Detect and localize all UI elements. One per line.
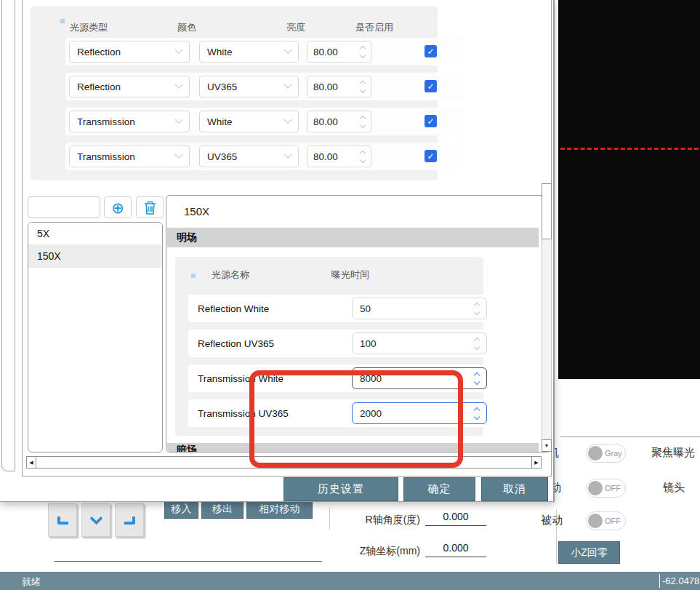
ok-button[interactable]: 确定	[403, 477, 475, 501]
spinner-arrows-icon	[361, 151, 365, 162]
detail-title: 150X	[184, 205, 209, 218]
select-value: White	[207, 116, 233, 127]
dark-field-label: 暗场	[177, 444, 197, 453]
spinner-arrows-icon	[361, 81, 365, 92]
light-settings-dialog: 光源类型 颜色 亮度 是否启用 Reflection White 80.00 ✓	[0, 0, 555, 502]
exposure-spinner[interactable]: 8000	[352, 367, 487, 389]
light-source-row: Transmission UV365 80.00 ✓	[65, 143, 464, 170]
light-type-select[interactable]: Transmission	[69, 111, 190, 132]
passive-label: 被动	[541, 514, 563, 527]
toggle-state-label: Gray	[605, 449, 622, 458]
scroll-down-button[interactable]: ▼	[542, 439, 552, 452]
column-header-name: 光源名称	[212, 268, 249, 282]
new-objective-input[interactable]	[28, 196, 100, 218]
scroll-right-button[interactable]: ▶	[531, 457, 541, 468]
chevron-down-icon	[174, 46, 182, 54]
light-name: Transmission White	[198, 373, 283, 384]
exposure-table: 光源名称 曝光时间 Reflection White 50 Reflection…	[175, 257, 483, 436]
spinner-value: 8000	[360, 373, 382, 384]
lens-toggle[interactable]: OFF	[586, 479, 626, 498]
exposure-spinner[interactable]: 100	[352, 332, 487, 354]
column-header-exposure: 曝光时间	[331, 268, 369, 282]
trash-icon	[144, 201, 156, 215]
light-color-select[interactable]: White	[199, 111, 299, 132]
light-color-select[interactable]: UV365	[199, 76, 299, 97]
column-header-enabled: 是否启用	[355, 21, 393, 34]
check-icon: ✓	[427, 47, 434, 57]
light-source-row: Reflection White 80.00 ✓	[65, 38, 464, 65]
light-source-row: Reflection UV365 80.00 ✓	[65, 73, 464, 100]
enabled-checkbox[interactable]: ✓	[425, 115, 437, 127]
exposure-row: Transmission UV365 2000	[188, 399, 488, 427]
light-type-select[interactable]: Reflection	[69, 41, 190, 63]
exposure-row: Reflection White 50	[188, 295, 488, 322]
light-name: Reflection White	[198, 303, 269, 314]
chevron-down-icon	[89, 511, 102, 525]
focus-exposure-toggle[interactable]: Gray	[586, 444, 626, 463]
toggle-knob-icon	[588, 446, 603, 461]
check-icon: ✓	[427, 81, 434, 92]
add-objective-button[interactable]: ⊕	[104, 196, 132, 218]
passive-toggle[interactable]: OFF	[586, 511, 626, 530]
lens-label: 镜头	[651, 481, 696, 495]
scroll-left-button[interactable]: ◀	[27, 457, 36, 468]
spinner-arrows-icon	[475, 408, 479, 419]
move-down-button[interactable]	[81, 503, 110, 537]
rotate-right-button[interactable]	[115, 503, 144, 537]
light-name: Transmission UV365	[198, 408, 289, 419]
horizontal-scrollbar[interactable]: ◀ ▶	[26, 456, 542, 469]
divider	[560, 436, 700, 437]
light-type-select[interactable]: Reflection	[69, 76, 190, 97]
r-axis-value-input[interactable]: 0.000	[425, 511, 486, 526]
delete-objective-button[interactable]	[136, 196, 164, 218]
spinner-value: 80.00	[313, 151, 338, 162]
light-type-select[interactable]: Transmission	[69, 145, 190, 167]
focus-exposure-label: 聚焦曝光	[651, 446, 695, 460]
vertical-scrollbar-thumb[interactable]	[542, 183, 552, 239]
move-in-button[interactable]: 移入	[164, 500, 198, 519]
enabled-checkbox[interactable]: ✓	[425, 80, 437, 92]
brightness-spinner[interactable]: 80.00	[307, 41, 371, 63]
chevron-down-icon	[283, 81, 291, 89]
bright-field-section-bar: 明场	[167, 228, 539, 247]
stage-coordinates: -62.0478,60.4175	[662, 575, 700, 586]
column-header-brightness: 亮度	[286, 21, 305, 34]
objective-item-5x[interactable]: 5X	[28, 223, 162, 245]
z-axis-value-input[interactable]: 0.000	[425, 542, 486, 557]
spinner-value: 50	[360, 303, 371, 314]
enabled-checkbox[interactable]: ✓	[425, 150, 437, 162]
camera-crosshair-line	[560, 148, 699, 150]
relative-move-button[interactable]: 相对移动	[246, 500, 313, 519]
check-icon: ✓	[427, 116, 434, 127]
rotate-left-button[interactable]	[48, 503, 77, 537]
toggle-knob-icon	[588, 514, 603, 528]
objective-item-150x[interactable]: 150X	[28, 245, 162, 268]
brightness-spinner[interactable]: 80.00	[307, 111, 371, 132]
small-z-home-button[interactable]: 小Z回零	[558, 541, 620, 564]
chevron-down-icon	[283, 116, 291, 124]
brightness-spinner[interactable]: 80.00	[307, 76, 371, 97]
light-color-select[interactable]: White	[199, 41, 299, 63]
exposure-row: Reflection UV365 100	[188, 330, 488, 357]
exposure-spinner[interactable]: 50	[352, 298, 487, 319]
divider	[55, 561, 322, 562]
cancel-button[interactable]: 取消	[481, 477, 548, 501]
chevron-down-icon	[283, 46, 291, 54]
bright-field-label: 明场	[177, 231, 197, 244]
light-color-select[interactable]: UV365	[199, 145, 299, 167]
spinner-value: 100	[360, 338, 377, 349]
chevron-down-icon	[174, 151, 182, 159]
enabled-checkbox[interactable]: ✓	[425, 45, 437, 57]
select-value: White	[207, 47, 233, 57]
toggle-state-label: OFF	[605, 484, 621, 493]
objective-detail-panel: 150X 明场 光源名称 曝光时间 Reflection White 50	[166, 195, 551, 453]
exposure-spinner[interactable]: 2000	[352, 402, 487, 424]
move-out-button[interactable]: 移出	[201, 500, 244, 519]
check-icon: ✓	[427, 151, 434, 162]
history-settings-button[interactable]: 历史设置	[283, 477, 398, 501]
dark-field-section-bar: 暗场	[167, 443, 539, 453]
spinner-arrows-icon	[475, 303, 479, 314]
exposure-row: Transmission White 8000	[188, 364, 488, 392]
toggle-knob-icon	[588, 481, 603, 495]
brightness-spinner[interactable]: 80.00	[307, 145, 371, 167]
